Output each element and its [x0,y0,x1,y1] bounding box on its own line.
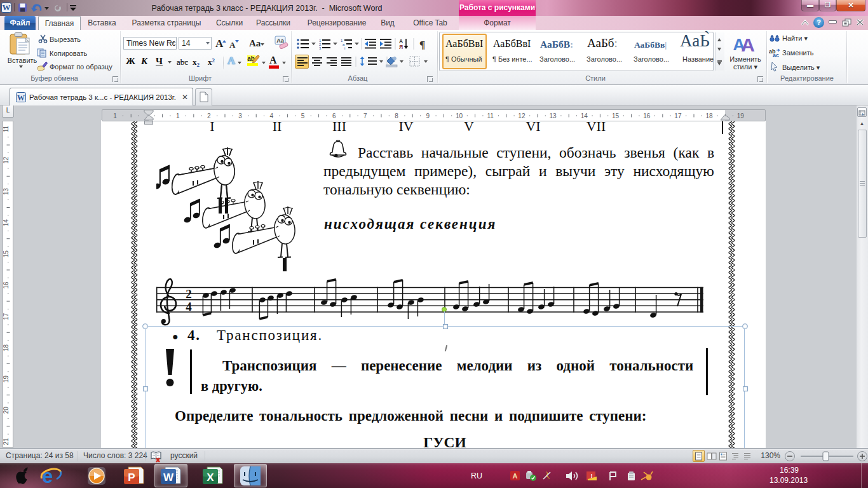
svg-text:3: 3 [238,112,242,119]
svg-text:Аа: Аа [276,37,285,44]
svg-text:P: P [128,471,135,484]
svg-text:i: i [344,46,345,50]
svg-text:17: 17 [674,112,682,119]
svg-text:20: 20 [3,407,10,414]
svg-text:W: W [163,471,174,484]
svg-text:2: 2 [207,112,211,119]
svg-text:17: 17 [3,313,10,320]
svg-text:Я: Я [399,44,403,50]
svg-text:9: 9 [426,112,430,119]
svg-text:X: X [207,471,214,484]
svg-text:18: 18 [706,112,714,119]
svg-text:18: 18 [3,344,10,351]
svg-text:14: 14 [581,112,588,119]
svg-text:13: 13 [3,187,10,195]
svg-text:А: А [741,34,755,53]
svg-text:W: W [3,3,11,12]
svg-text:13: 13 [550,112,557,119]
svg-text:5: 5 [301,112,305,119]
svg-text:19: 19 [737,112,745,119]
svg-text:19: 19 [3,376,10,383]
svg-text:11: 11 [3,125,10,132]
svg-text:A: A [513,472,518,480]
svg-text:16: 16 [3,281,10,289]
svg-text:2: 2 [186,287,192,301]
svg-text:¶: ¶ [419,39,425,50]
svg-text:1: 1 [176,112,180,119]
svg-text:16: 16 [643,112,651,119]
svg-text:12: 12 [518,112,526,119]
svg-text:7: 7 [363,112,367,119]
svg-text:!: ! [591,473,593,479]
svg-text:ac: ac [773,52,779,58]
svg-text:8: 8 [395,112,398,119]
svg-text:15: 15 [3,250,10,258]
svg-text:21: 21 [3,438,10,445]
svg-text:4: 4 [186,300,192,313]
svg-text:12: 12 [3,156,10,164]
svg-text:10: 10 [456,112,463,119]
svg-text:1: 1 [113,112,117,119]
svg-text:4: 4 [270,112,274,119]
svg-text:3: 3 [319,46,322,50]
svg-text:11: 11 [487,112,494,119]
svg-text:14: 14 [3,219,10,227]
svg-text:6: 6 [332,112,336,119]
svg-text:W: W [17,93,25,102]
svg-text:15: 15 [612,112,620,119]
